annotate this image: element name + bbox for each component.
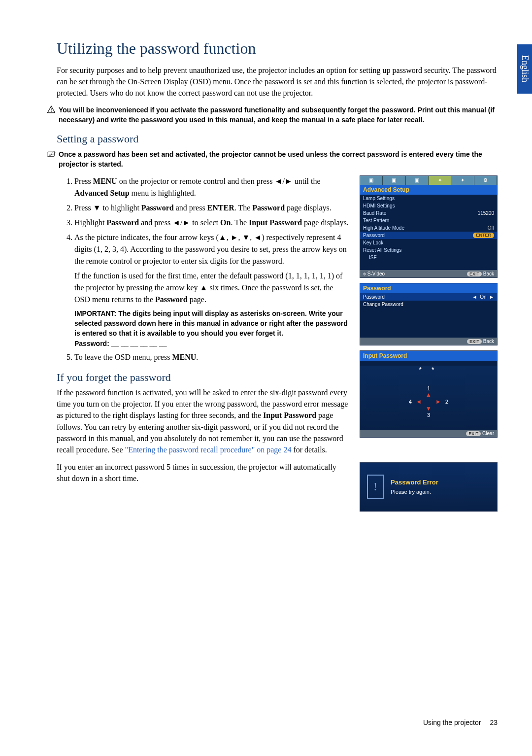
step-1: Press MENU on the projector or remote co… (74, 175, 350, 199)
page-footer: Using the projector23 (423, 719, 498, 726)
osd-password: Password Password ◄ On ► Change Password… (360, 283, 498, 345)
warning-block: You will be inconvenienced if you activa… (47, 105, 498, 125)
password-stars: * * (360, 366, 497, 374)
osd2-title: Password (360, 283, 497, 293)
dpad-indicator: 1 ▲ 4 ◄ ► 2 ▼ 3 (409, 385, 448, 418)
osd1-title: Advanced Setup (360, 185, 497, 195)
step-2: Press ▼ to highlight Password and press … (74, 202, 350, 214)
heading-forget-password: If you forget the password (57, 371, 350, 384)
forget-paragraph-2: If you enter an incorrect password 5 tim… (57, 461, 350, 484)
svg-point-1 (51, 111, 52, 112)
osd2-password-row: Password ◄ On ► (360, 293, 497, 301)
heading-setting-password: Setting a password (57, 133, 498, 145)
osd-input-password: Input Password * * 1 ▲ 4 ◄ ► 2 ▼ 3 EXIT … (360, 350, 498, 438)
note-icon (47, 149, 56, 158)
osd-tabs: ▣▣▣ ✦✦⚙ (360, 176, 497, 185)
osd1-password-row: PasswordENTER (360, 232, 497, 239)
forget-paragraph-1: If the password function is activated, y… (57, 387, 350, 455)
note-text: Once a password has been set and activat… (59, 149, 498, 170)
important-note: IMPORTANT: The digits being input will d… (74, 309, 350, 348)
page-content: Utilizing the password function For secu… (0, 0, 532, 512)
osd-advanced-setup: ▣▣▣ ✦✦⚙ Advanced Setup Lamp Settings HDM… (360, 175, 498, 278)
steps-list: Press MENU on the projector or remote co… (57, 175, 350, 363)
osd3-title: Input Password (360, 351, 497, 361)
alert-icon: ! (367, 475, 384, 499)
intro-paragraph: For security purposes and to help preven… (57, 65, 498, 99)
language-tab: English (517, 44, 532, 94)
password-write-line: Password: __ __ __ __ __ __ (74, 340, 167, 347)
warning-icon (47, 105, 56, 114)
step-4: As the picture indicates, the four arrow… (74, 232, 350, 348)
note-block: Once a password has been set and activat… (47, 149, 498, 170)
link-recall-procedure[interactable]: "Entering the password recall procedure"… (125, 446, 292, 454)
step-3: Highlight Password and press ◄/► to sele… (74, 217, 350, 229)
password-error-box: ! Password Error Please try again. (360, 462, 498, 512)
step-5: To leave the OSD menu, press MENU. (74, 351, 350, 363)
heading-utilizing: Utilizing the password function (57, 39, 498, 58)
error-subtitle: Please try again. (391, 489, 438, 495)
warning-text: You will be inconvenienced if you activa… (59, 105, 498, 125)
error-title: Password Error (391, 479, 438, 486)
